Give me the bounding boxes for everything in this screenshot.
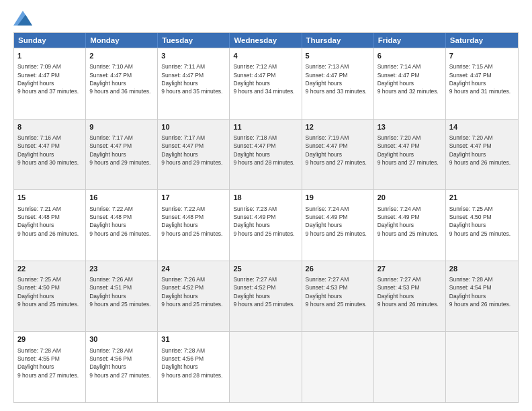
day-number: 31 [161, 334, 226, 345]
calendar-cell: 13 Sunrise: 7:20 AM Sunset: 4:47 PM Dayl… [374, 120, 446, 190]
calendar-week: 1 Sunrise: 7:09 AM Sunset: 4:47 PM Dayli… [14, 48, 518, 119]
cell-detail: Sunrise: 7:28 AM Sunset: 4:56 PM Dayligh… [161, 347, 226, 379]
calendar-cell: 5 Sunrise: 7:13 AM Sunset: 4:47 PM Dayli… [302, 48, 374, 119]
calendar-week: 22 Sunrise: 7:25 AM Sunset: 4:50 PM Dayl… [14, 261, 518, 332]
calendar-cell: 20 Sunrise: 7:24 AM Sunset: 4:49 PM Dayl… [374, 190, 446, 261]
calendar-cell [230, 332, 302, 402]
cell-detail: Sunrise: 7:26 AM Sunset: 4:51 PM Dayligh… [89, 275, 154, 308]
calendar-cell: 25 Sunrise: 7:27 AM Sunset: 4:52 PM Dayl… [230, 261, 302, 332]
cell-detail: Sunrise: 7:11 AM Sunset: 4:47 PM Dayligh… [161, 62, 226, 95]
calendar-cell: 10 Sunrise: 7:17 AM Sunset: 4:47 PM Dayl… [158, 120, 230, 190]
calendar-cell: 29 Sunrise: 7:28 AM Sunset: 4:55 PM Dayl… [14, 332, 86, 402]
page: SundayMondayTuesdayWednesdayThursdayFrid… [0, 0, 532, 411]
day-number: 2 [89, 51, 154, 61]
calendar-cell: 15 Sunrise: 7:21 AM Sunset: 4:48 PM Dayl… [14, 190, 86, 261]
cell-detail: Sunrise: 7:25 AM Sunset: 4:50 PM Dayligh… [17, 275, 82, 308]
calendar-header-cell: Tuesday [158, 33, 230, 48]
cell-detail: Sunrise: 7:23 AM Sunset: 4:49 PM Dayligh… [233, 205, 298, 238]
day-number: 5 [306, 51, 370, 61]
cell-detail: Sunrise: 7:20 AM Sunset: 4:47 PM Dayligh… [378, 134, 442, 167]
calendar-header-cell: Wednesday [230, 33, 302, 48]
day-number: 13 [378, 122, 442, 132]
day-number: 15 [17, 193, 82, 203]
calendar-header-cell: Friday [374, 33, 446, 48]
calendar-header-cell: Saturday [446, 33, 518, 48]
header [13, 11, 519, 26]
day-number: 24 [161, 264, 226, 274]
calendar-week: 8 Sunrise: 7:16 AM Sunset: 4:47 PM Dayli… [14, 119, 518, 190]
day-number: 20 [378, 193, 442, 203]
cell-detail: Sunrise: 7:27 AM Sunset: 4:53 PM Dayligh… [306, 275, 370, 308]
day-number: 8 [17, 122, 82, 132]
day-number: 19 [306, 193, 370, 203]
cell-detail: Sunrise: 7:15 AM Sunset: 4:47 PM Dayligh… [449, 62, 515, 95]
calendar-cell: 23 Sunrise: 7:26 AM Sunset: 4:51 PM Dayl… [86, 261, 158, 332]
calendar-cell: 9 Sunrise: 7:17 AM Sunset: 4:47 PM Dayli… [86, 120, 158, 190]
calendar-cell: 2 Sunrise: 7:10 AM Sunset: 4:47 PM Dayli… [86, 48, 158, 119]
day-number: 28 [449, 264, 515, 274]
calendar-cell: 26 Sunrise: 7:27 AM Sunset: 4:53 PM Dayl… [302, 261, 374, 332]
calendar-cell: 14 Sunrise: 7:20 AM Sunset: 4:47 PM Dayl… [446, 120, 518, 190]
cell-detail: Sunrise: 7:22 AM Sunset: 4:48 PM Dayligh… [161, 205, 226, 238]
day-number: 18 [233, 193, 298, 203]
day-number: 30 [89, 334, 154, 345]
cell-detail: Sunrise: 7:28 AM Sunset: 4:56 PM Dayligh… [89, 347, 154, 379]
cell-detail: Sunrise: 7:26 AM Sunset: 4:52 PM Dayligh… [161, 275, 226, 308]
calendar-cell: 16 Sunrise: 7:22 AM Sunset: 4:48 PM Dayl… [86, 190, 158, 261]
cell-detail: Sunrise: 7:17 AM Sunset: 4:47 PM Dayligh… [161, 134, 226, 167]
cell-detail: Sunrise: 7:12 AM Sunset: 4:47 PM Dayligh… [233, 62, 298, 95]
calendar-cell: 12 Sunrise: 7:19 AM Sunset: 4:47 PM Dayl… [302, 120, 374, 190]
day-number: 29 [17, 334, 82, 345]
calendar-cell: 17 Sunrise: 7:22 AM Sunset: 4:48 PM Dayl… [158, 190, 230, 261]
cell-detail: Sunrise: 7:22 AM Sunset: 4:48 PM Dayligh… [89, 205, 154, 238]
calendar-header-cell: Monday [86, 33, 158, 48]
calendar-cell: 19 Sunrise: 7:24 AM Sunset: 4:49 PM Dayl… [302, 190, 374, 261]
calendar-cell: 21 Sunrise: 7:25 AM Sunset: 4:50 PM Dayl… [446, 190, 518, 261]
calendar: SundayMondayTuesdayWednesdayThursdayFrid… [13, 32, 519, 403]
cell-detail: Sunrise: 7:16 AM Sunset: 4:47 PM Dayligh… [17, 134, 82, 167]
calendar-cell: 3 Sunrise: 7:11 AM Sunset: 4:47 PM Dayli… [158, 48, 230, 119]
day-number: 22 [17, 264, 82, 274]
calendar-cell [302, 332, 374, 402]
cell-detail: Sunrise: 7:25 AM Sunset: 4:50 PM Dayligh… [449, 205, 515, 238]
calendar-body: 1 Sunrise: 7:09 AM Sunset: 4:47 PM Dayli… [14, 48, 518, 402]
calendar-cell: 11 Sunrise: 7:18 AM Sunset: 4:47 PM Dayl… [230, 120, 302, 190]
cell-detail: Sunrise: 7:21 AM Sunset: 4:48 PM Dayligh… [17, 205, 82, 238]
day-number: 7 [449, 51, 515, 61]
calendar-cell: 31 Sunrise: 7:28 AM Sunset: 4:56 PM Dayl… [158, 332, 230, 402]
cell-detail: Sunrise: 7:14 AM Sunset: 4:47 PM Dayligh… [378, 62, 442, 95]
calendar-header-cell: Sunday [14, 33, 86, 48]
calendar-cell [374, 332, 446, 402]
cell-detail: Sunrise: 7:13 AM Sunset: 4:47 PM Dayligh… [306, 62, 370, 95]
day-number: 10 [161, 122, 226, 132]
calendar-cell: 18 Sunrise: 7:23 AM Sunset: 4:49 PM Dayl… [230, 190, 302, 261]
day-number: 17 [161, 193, 226, 203]
cell-detail: Sunrise: 7:24 AM Sunset: 4:49 PM Dayligh… [378, 205, 442, 238]
cell-detail: Sunrise: 7:24 AM Sunset: 4:49 PM Dayligh… [306, 205, 370, 238]
day-number: 9 [89, 122, 154, 132]
day-number: 14 [449, 122, 515, 132]
calendar-cell: 7 Sunrise: 7:15 AM Sunset: 4:47 PM Dayli… [446, 48, 518, 119]
day-number: 26 [306, 264, 370, 274]
calendar-week: 29 Sunrise: 7:28 AM Sunset: 4:55 PM Dayl… [14, 331, 518, 402]
logo [13, 11, 35, 26]
cell-detail: Sunrise: 7:28 AM Sunset: 4:54 PM Dayligh… [449, 275, 515, 308]
calendar-cell: 24 Sunrise: 7:26 AM Sunset: 4:52 PM Dayl… [158, 261, 230, 332]
day-number: 25 [233, 264, 298, 274]
cell-detail: Sunrise: 7:27 AM Sunset: 4:53 PM Dayligh… [378, 275, 442, 308]
cell-detail: Sunrise: 7:17 AM Sunset: 4:47 PM Dayligh… [89, 134, 154, 167]
day-number: 1 [17, 51, 82, 61]
calendar-cell: 8 Sunrise: 7:16 AM Sunset: 4:47 PM Dayli… [14, 120, 86, 190]
day-number: 6 [378, 51, 442, 61]
calendar-cell: 30 Sunrise: 7:28 AM Sunset: 4:56 PM Dayl… [86, 332, 158, 402]
cell-detail: Sunrise: 7:27 AM Sunset: 4:52 PM Dayligh… [233, 275, 298, 308]
calendar-cell [446, 332, 518, 402]
calendar-cell: 1 Sunrise: 7:09 AM Sunset: 4:47 PM Dayli… [14, 48, 86, 119]
calendar-week: 15 Sunrise: 7:21 AM Sunset: 4:48 PM Dayl… [14, 189, 518, 261]
cell-detail: Sunrise: 7:28 AM Sunset: 4:55 PM Dayligh… [17, 347, 82, 379]
cell-detail: Sunrise: 7:18 AM Sunset: 4:47 PM Dayligh… [233, 134, 298, 167]
cell-detail: Sunrise: 7:20 AM Sunset: 4:47 PM Dayligh… [449, 134, 515, 167]
calendar-cell: 27 Sunrise: 7:27 AM Sunset: 4:53 PM Dayl… [374, 261, 446, 332]
calendar-cell: 6 Sunrise: 7:14 AM Sunset: 4:47 PM Dayli… [374, 48, 446, 119]
cell-detail: Sunrise: 7:19 AM Sunset: 4:47 PM Dayligh… [306, 134, 370, 167]
